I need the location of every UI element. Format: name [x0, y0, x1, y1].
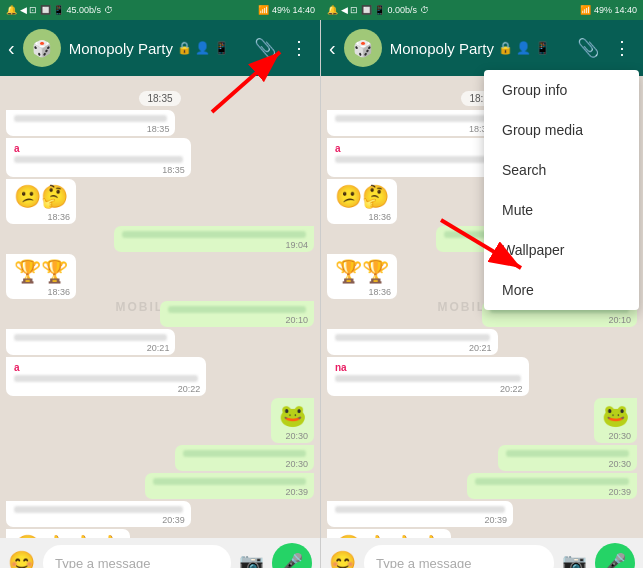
msg-row-thumbs: 😎👍👍👍 21:25: [6, 529, 314, 538]
msg-row-r: na 20:22: [327, 357, 637, 396]
right-panel: ‹ 🎲 Monopoly Party 🔒 👤 📱 📎 ⋮ Group info: [321, 20, 643, 568]
bubble-r5: 20:39: [327, 501, 513, 527]
msg-row-r-frog: 🐸 20:30: [327, 398, 637, 443]
menu-button-left[interactable]: ⋮: [286, 33, 312, 63]
bubble-incoming: 18:35: [6, 110, 175, 136]
back-button-left[interactable]: ‹: [8, 37, 15, 60]
dropdown-item-wallpaper[interactable]: Wallpaper: [484, 230, 639, 270]
attach-button-left[interactable]: 📎: [250, 33, 280, 63]
bubble-out3: 20:30: [175, 445, 314, 471]
msg-row: 18:35: [6, 110, 314, 136]
menu-button-right[interactable]: ⋮: [609, 33, 635, 63]
header-icons-left: 📎 ⋮: [250, 33, 312, 63]
bubble-outgoing2: 20:10: [160, 301, 314, 327]
header-title-left: Monopoly Party 🔒 👤 📱: [69, 40, 242, 57]
dropdown-item-group-media[interactable]: Group media: [484, 110, 639, 150]
status-bar-left: 🔔 ◀ ⊡ 🔲 📱 45.00b/s ⏱ 📶 49% 14:40: [0, 0, 321, 20]
chat-header-left: ‹ 🎲 Monopoly Party 🔒 👤 📱 📎 ⋮: [0, 20, 320, 76]
msg-row-emoji: 😕🤔 18:36: [6, 179, 314, 224]
header-title-right: Monopoly Party 🔒 👤 📱: [390, 40, 565, 57]
panels-row: ‹ 🎲 Monopoly Party 🔒 👤 📱 📎 ⋮: [0, 20, 643, 568]
header-info-right: Monopoly Party 🔒 👤 📱: [390, 40, 565, 57]
bubble-incoming-name: a 18:35: [6, 138, 191, 177]
dropdown-menu: Group info Group media Search Mute Wallp…: [484, 70, 639, 310]
msg-row: 20:21: [6, 329, 314, 355]
bubble-r-frog: 🐸 20:30: [594, 398, 637, 443]
msg-row: a 20:22: [6, 357, 314, 396]
bubble-r-thumbs: 😎👍👍👍 21:25: [327, 529, 451, 538]
bubble-thumbs: 😎👍👍👍 21:25: [6, 529, 130, 538]
bubble-inc5: 20:39: [6, 501, 191, 527]
mic-icon-right: 🎤: [604, 552, 626, 568]
dropdown-item-group-info[interactable]: Group info: [484, 70, 639, 110]
app-container: 🔔 ◀ ⊡ 🔲 📱 45.00b/s ⏱ 📶 49% 14:40 🔔 ◀ ⊡ 🔲…: [0, 0, 643, 568]
date-bubble-left: 18:35: [6, 88, 314, 106]
msg-row: 20:10: [6, 301, 314, 327]
mic-icon-left: 🎤: [281, 552, 303, 568]
emoji-button-left[interactable]: 😊: [8, 550, 35, 568]
bubble-r4: na 20:22: [327, 357, 529, 396]
header-info-left: Monopoly Party 🔒 👤 📱: [69, 40, 242, 57]
msg-row: 20:30: [6, 445, 314, 471]
status-right-icons: 🔔 ◀ ⊡ 🔲 📱 0.00b/s ⏱: [327, 5, 429, 15]
status-left-icons: 🔔 ◀ ⊡ 🔲 📱 45.00b/s ⏱: [6, 5, 113, 15]
msg-row-r-thumbs: 😎👍👍👍 21:25: [327, 529, 637, 538]
back-button-right[interactable]: ‹: [329, 37, 336, 60]
bubble-r-trophy: 🏆🏆 18:36: [327, 254, 397, 299]
msg-row: 19:04: [6, 226, 314, 252]
bubble-r3: 20:21: [327, 329, 498, 355]
attach-button-right[interactable]: 📎: [573, 33, 603, 63]
camera-button-right[interactable]: 📷: [562, 551, 587, 568]
header-icons-right: 📎 ⋮: [573, 33, 635, 63]
msg-row: 20:39: [6, 473, 314, 499]
chat-area-left: MOBILOYTA 18:35 18:35 a 18:35: [0, 76, 320, 538]
message-input-right[interactable]: Type a message: [364, 545, 554, 568]
msg-row-r: 20:30: [327, 445, 637, 471]
bottom-bar-left: 😊 Type a message 📷 🎤: [0, 538, 320, 568]
dropdown-item-mute[interactable]: Mute: [484, 190, 639, 230]
msg-row-trophy: 🏆🏆 18:36: [6, 254, 314, 299]
msg-row-r: 20:39: [327, 473, 637, 499]
status-bar-row: 🔔 ◀ ⊡ 🔲 📱 45.00b/s ⏱ 📶 49% 14:40 🔔 ◀ ⊡ 🔲…: [0, 0, 643, 20]
bubble-frog: 🐸 20:30: [271, 398, 314, 443]
bubble-r-emoji: 😕🤔 18:36: [327, 179, 397, 224]
msg-row-frog: 🐸 20:30: [6, 398, 314, 443]
emoji-button-right[interactable]: 😊: [329, 550, 356, 568]
msg-row-r: 20:21: [327, 329, 637, 355]
status-right-time: 📶 49% 14:40: [580, 5, 637, 15]
msg-row: a 18:35: [6, 138, 314, 177]
msg-row: 20:39: [6, 501, 314, 527]
left-panel: ‹ 🎲 Monopoly Party 🔒 👤 📱 📎 ⋮: [0, 20, 321, 568]
dropdown-item-more[interactable]: More: [484, 270, 639, 310]
mic-button-right[interactable]: 🎤: [595, 543, 635, 568]
bubble-emoji: 😕🤔 18:36: [6, 179, 76, 224]
status-left-time: 📶 49% 14:40: [258, 5, 315, 15]
bubble-inc3: 20:21: [6, 329, 175, 355]
bubble-inc4: a 20:22: [6, 357, 206, 396]
bubble-trophy: 🏆🏆 18:36: [6, 254, 76, 299]
msg-row-r: 20:39: [327, 501, 637, 527]
message-input-left[interactable]: Type a message: [43, 545, 231, 568]
bubble-r-out4: 20:39: [467, 473, 638, 499]
bubble-outgoing: 19:04: [114, 226, 314, 252]
status-bar-right: 🔔 ◀ ⊡ 🔲 📱 0.00b/s ⏱ 📶 49% 14:40: [321, 0, 643, 20]
chat-header-right: ‹ 🎲 Monopoly Party 🔒 👤 📱 📎 ⋮: [321, 20, 643, 76]
bubble-r1: 18:35: [327, 110, 498, 136]
mic-button-left[interactable]: 🎤: [272, 543, 312, 568]
dropdown-item-search[interactable]: Search: [484, 150, 639, 190]
bubble-r-out3: 20:30: [498, 445, 638, 471]
avatar-right: 🎲: [344, 29, 382, 67]
bubble-out4: 20:39: [145, 473, 314, 499]
camera-button-left[interactable]: 📷: [239, 551, 264, 568]
bottom-bar-right: 😊 Type a message 📷 🎤: [321, 538, 643, 568]
avatar-left: 🎲: [23, 29, 61, 67]
